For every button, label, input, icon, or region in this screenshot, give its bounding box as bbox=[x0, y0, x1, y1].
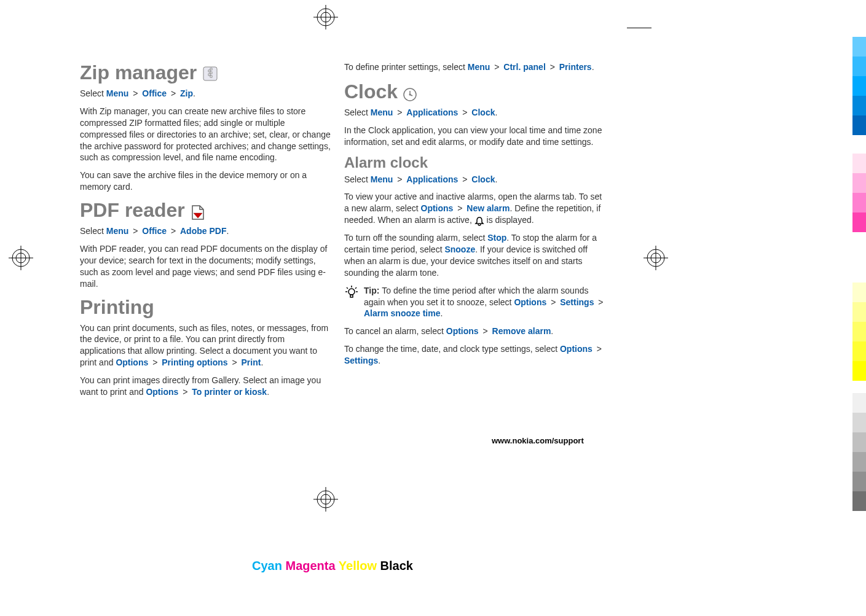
black-label: Black bbox=[380, 559, 413, 572]
svg-rect-27 bbox=[350, 295, 353, 297]
svg-rect-17 bbox=[210, 68, 212, 70]
color-swatch bbox=[852, 302, 866, 322]
color-swatch bbox=[852, 322, 866, 341]
color-swatch bbox=[852, 432, 866, 452]
menu-link: New alarm bbox=[466, 203, 510, 213]
color-swatch bbox=[852, 76, 866, 96]
color-swatch bbox=[852, 173, 866, 193]
heading-text: Zip manager bbox=[80, 61, 197, 84]
registration-mark-icon bbox=[313, 5, 338, 29]
cyan-color-bars bbox=[852, 37, 866, 135]
menu-link: Settings bbox=[344, 356, 378, 365]
menu-link: Office bbox=[142, 226, 167, 236]
menu-link: Alarm snooze time bbox=[364, 308, 440, 318]
color-swatch bbox=[852, 413, 866, 432]
registration-mark-icon bbox=[9, 246, 33, 270]
clock-icon bbox=[403, 84, 417, 99]
color-swatch bbox=[852, 283, 866, 302]
cyan-label: Cyan bbox=[252, 559, 282, 572]
color-swatch bbox=[852, 361, 866, 381]
registration-mark-icon bbox=[644, 246, 668, 270]
color-swatch bbox=[852, 37, 866, 57]
menu-link: Menu bbox=[468, 62, 490, 72]
color-swatch bbox=[852, 341, 866, 361]
alarm-body-4: To change the time, date, and clock type… bbox=[344, 343, 608, 367]
menu-link: Clock bbox=[471, 174, 495, 184]
menu-link: Adobe PDF bbox=[180, 226, 226, 236]
color-swatch bbox=[852, 154, 866, 173]
menu-link: Snooze bbox=[444, 244, 475, 254]
menu-link: Ctrl. panel bbox=[503, 62, 545, 72]
menu-link: Print bbox=[242, 357, 261, 367]
menu-link: Options bbox=[146, 387, 178, 397]
color-swatch bbox=[852, 57, 866, 76]
color-swatch bbox=[852, 491, 866, 511]
menu-link: Menu bbox=[371, 107, 393, 117]
zip-manager-heading: Zip manager bbox=[80, 61, 332, 84]
svg-line-29 bbox=[347, 287, 348, 289]
alarm-select-path: Select Menu > Applications > Clock. bbox=[344, 174, 608, 185]
page-body: Zip manager Select Menu > Office > Zip. … bbox=[80, 61, 615, 404]
menu-link: Applications bbox=[406, 107, 458, 117]
pdf-icon bbox=[190, 203, 206, 219]
color-swatch bbox=[852, 193, 866, 212]
heading-text: PDF reader bbox=[80, 199, 185, 222]
svg-rect-20 bbox=[208, 74, 210, 76]
alarm-bell-icon bbox=[474, 216, 484, 226]
tip-label: Tip: bbox=[364, 286, 382, 295]
menu-link: Stop bbox=[487, 233, 506, 243]
alarm-body-1: To view your active and inactive alarms,… bbox=[344, 191, 608, 226]
magenta-color-bars bbox=[852, 154, 866, 227]
color-swatch bbox=[852, 115, 866, 135]
zip-body-1: With Zip manager, you can create new arc… bbox=[80, 106, 332, 163]
menu-link: Options bbox=[446, 326, 479, 336]
alarm-body-2: To turn off the sounding alarm, select S… bbox=[344, 232, 608, 279]
svg-point-26 bbox=[348, 289, 355, 295]
pdf-body-1: With PDF reader, you can read PDF docume… bbox=[80, 243, 332, 290]
magenta-label: Magenta bbox=[285, 559, 335, 572]
registration-mark-icon bbox=[313, 487, 338, 512]
crop-mark bbox=[627, 28, 651, 28]
color-swatch bbox=[852, 96, 866, 115]
svg-line-30 bbox=[355, 287, 356, 289]
color-swatch bbox=[852, 212, 866, 232]
zip-icon bbox=[202, 64, 219, 82]
color-swatch bbox=[852, 472, 866, 491]
clock-heading: Clock bbox=[344, 80, 608, 103]
alarm-body-3: To cancel an alarm, select Options > Rem… bbox=[344, 326, 608, 337]
printing-body-3: To define printer settings, select Menu … bbox=[344, 61, 608, 73]
yellow-label: Yellow bbox=[339, 559, 377, 572]
cmyk-labels: Cyan Magenta Yellow Black bbox=[252, 559, 413, 573]
tip-lightbulb-icon bbox=[344, 285, 359, 300]
printing-body-1: You can print documents, such as files, … bbox=[80, 322, 332, 369]
color-swatch bbox=[852, 452, 866, 472]
menu-link: Remove alarm bbox=[492, 326, 551, 336]
menu-link: Menu bbox=[371, 174, 393, 184]
menu-link: Options bbox=[514, 297, 546, 307]
heading-text: Clock bbox=[344, 80, 398, 103]
menu-link: Options bbox=[421, 203, 454, 213]
clock-body-1: In the Clock application, you can view y… bbox=[344, 125, 608, 148]
svg-rect-18 bbox=[208, 70, 210, 72]
menu-link: Applications bbox=[406, 174, 458, 184]
menu-link: Zip bbox=[180, 88, 193, 98]
menu-link: Options bbox=[116, 357, 148, 367]
pdf-reader-heading: PDF reader bbox=[80, 199, 332, 222]
clock-select-path: Select Menu > Applications > Clock. bbox=[344, 107, 608, 119]
svg-rect-21 bbox=[210, 76, 212, 77]
tip-box: Tip: To define the time period after whi… bbox=[344, 285, 608, 320]
pdf-select-path: Select Menu > Office > Adobe PDF. bbox=[80, 225, 332, 237]
menu-link: Printers bbox=[559, 62, 592, 72]
menu-link: To printer or kiosk bbox=[192, 387, 267, 397]
menu-link: Menu bbox=[106, 88, 129, 98]
zip-select-path: Select Menu > Office > Zip. bbox=[80, 88, 332, 99]
heading-text: Printing bbox=[80, 296, 154, 319]
svg-rect-19 bbox=[210, 72, 212, 74]
menu-link: Printing options bbox=[162, 357, 227, 367]
zip-body-2: You can save the archive files in the de… bbox=[80, 170, 332, 193]
menu-link: Clock bbox=[471, 107, 495, 117]
menu-link: Office bbox=[142, 88, 167, 98]
footer-url: www.nokia.com/support bbox=[492, 436, 584, 445]
column-right: To define printer settings, select Menu … bbox=[344, 61, 608, 404]
menu-link: Options bbox=[560, 344, 592, 354]
